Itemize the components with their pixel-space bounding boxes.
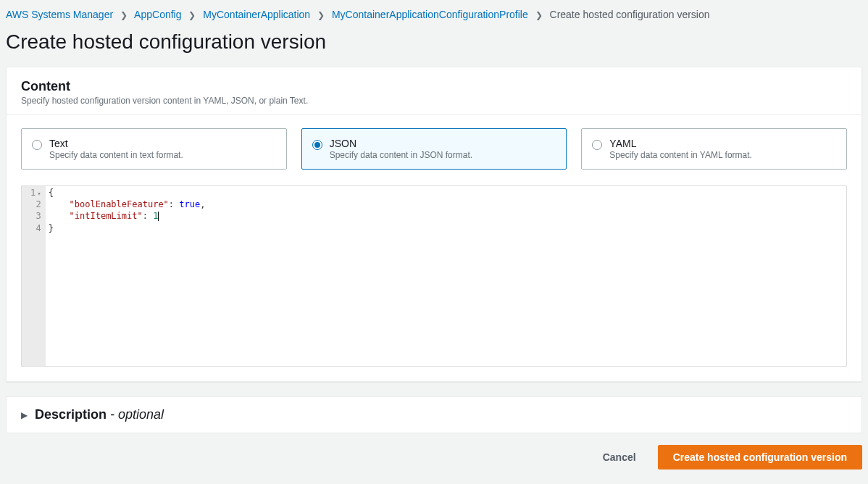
- breadcrumb-link-profile[interactable]: MyContainerApplicationConfigurationProfi…: [332, 9, 528, 20]
- create-button[interactable]: Create hosted configuration version: [658, 445, 862, 470]
- form-actions: Cancel Create hosted configuration versi…: [0, 445, 868, 484]
- description-panel[interactable]: ▶ Description - optional: [6, 396, 862, 433]
- line-number: 2: [30, 199, 41, 210]
- breadcrumb: AWS Systems Manager ❯ AppConfig ❯ MyCont…: [0, 0, 868, 20]
- radio-icon: [32, 140, 42, 150]
- editor-gutter: 1234: [22, 186, 46, 366]
- caret-right-icon: ▶: [21, 410, 28, 420]
- code-token: true: [179, 199, 200, 209]
- breadcrumb-link-application[interactable]: MyContainerApplication: [203, 9, 310, 20]
- breadcrumb-current: Create hosted configuration version: [550, 9, 710, 20]
- content-panel-body: Text Specify data content in text format…: [7, 115, 861, 381]
- line-number: 4: [30, 222, 41, 234]
- format-label-yaml: YAML: [609, 138, 752, 149]
- code-token: :: [169, 199, 179, 209]
- code-token: "boolEnableFeature": [70, 199, 169, 209]
- breadcrumb-link-systems-manager[interactable]: AWS Systems Manager: [6, 9, 113, 20]
- code-token: {: [49, 188, 54, 198]
- format-desc-text: Specify data content in text format.: [49, 150, 183, 160]
- format-desc-json: Specify data content in JSON format.: [330, 150, 472, 160]
- chevron-right-icon: ❯: [317, 10, 325, 20]
- page-title: Create hosted configuration version: [0, 20, 868, 67]
- cancel-button[interactable]: Cancel: [591, 446, 648, 469]
- code-token: }: [49, 223, 54, 233]
- description-optional: - optional: [107, 407, 164, 422]
- radio-icon: [312, 140, 322, 150]
- content-panel: Content Specify hosted configuration ver…: [6, 67, 862, 382]
- format-option-yaml[interactable]: YAML Specify data content in YAML format…: [581, 128, 847, 170]
- description-title: Description - optional: [35, 407, 164, 422]
- content-panel-header: Content Specify hosted configuration ver…: [7, 67, 861, 115]
- chevron-right-icon: ❯: [188, 10, 196, 20]
- format-option-json[interactable]: JSON Specify data content in JSON format…: [301, 128, 567, 170]
- description-label: Description: [35, 407, 107, 422]
- format-label-text: Text: [49, 138, 183, 149]
- format-selector: Text Specify data content in text format…: [21, 128, 847, 170]
- code-token: 1: [153, 211, 158, 221]
- radio-icon: [592, 140, 602, 150]
- format-desc-yaml: Specify data content in YAML format.: [609, 150, 752, 160]
- code-token: :: [143, 211, 153, 221]
- code-editor[interactable]: 1234 { "boolEnableFeature": true, "intIt…: [21, 185, 847, 367]
- chevron-right-icon: ❯: [535, 10, 543, 20]
- format-option-text[interactable]: Text Specify data content in text format…: [21, 128, 287, 170]
- chevron-right-icon: ❯: [120, 10, 128, 20]
- line-number: 1: [30, 187, 41, 199]
- editor-content[interactable]: { "boolEnableFeature": true, "intItemLim…: [46, 186, 846, 366]
- content-heading: Content: [21, 79, 847, 94]
- line-number: 3: [30, 210, 41, 222]
- format-label-json: JSON: [330, 138, 472, 149]
- breadcrumb-link-appconfig[interactable]: AppConfig: [134, 9, 181, 20]
- code-token: "intItemLimit": [70, 211, 143, 221]
- content-description: Specify hosted configuration version con…: [21, 96, 847, 106]
- editor-cursor: [158, 212, 159, 221]
- code-token: ,: [200, 199, 205, 209]
